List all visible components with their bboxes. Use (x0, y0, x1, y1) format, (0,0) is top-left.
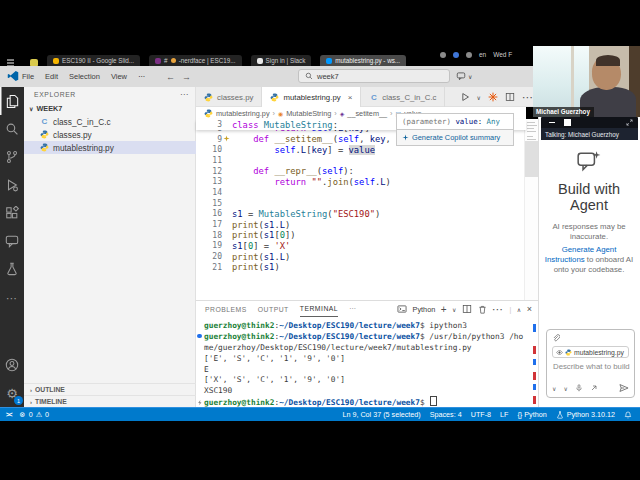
warning-icon: ⚠ (36, 410, 42, 419)
status-spaces-4[interactable]: Spaces: 4 (430, 410, 462, 419)
attach-paperclip-icon[interactable] (552, 334, 560, 342)
activity-files-button[interactable] (0, 87, 24, 115)
file-item-class_C_in_C.c[interactable]: Cclass_C_in_C.c (24, 115, 196, 128)
chevron-down-icon[interactable]: ∨ (477, 94, 481, 101)
status-python-3-10-12[interactable]: Python 3.10.12 (556, 410, 615, 419)
activity-chat-button[interactable] (0, 227, 24, 255)
menu-item-view[interactable]: View (111, 72, 127, 81)
panel-tab-terminal[interactable]: TERMINAL (300, 301, 338, 317)
minimap-thumb[interactable] (525, 141, 539, 177)
menu-item-selection[interactable]: Selection (69, 72, 100, 81)
code-line-18[interactable]: 18print(s1[0]) (196, 230, 526, 241)
terminal-shell-label[interactable]: Python (413, 305, 436, 314)
problems-indicator[interactable]: ⊗0 ⚠0 (20, 410, 49, 419)
command-decoration-icon[interactable] (197, 334, 202, 339)
minimize-icon[interactable] (549, 122, 555, 124)
code-line-15[interactable]: 15 (196, 198, 526, 209)
search-icon (5, 122, 19, 136)
activity-account-button[interactable] (0, 351, 24, 379)
activity-more-button[interactable]: ⋯ (0, 283, 24, 311)
chevron-down-icon[interactable]: ∨ (452, 306, 456, 313)
chevron-down-icon[interactable]: ∨ (552, 385, 556, 392)
breadcrumb-item[interactable]: mutablestring.py (216, 109, 270, 118)
context-chip-current-file[interactable]: mutablestring.py (552, 346, 629, 358)
panel-tab-⋯[interactable]: ⋯ (349, 302, 356, 317)
menu-item-file[interactable]: File (22, 72, 34, 81)
remote-window-button[interactable]: >< (6, 411, 12, 418)
status-lf[interactable]: LF (500, 410, 508, 419)
mic-icon[interactable] (575, 384, 583, 392)
generate-copilot-summary-link[interactable]: Generate Copilot summary (396, 130, 514, 146)
outline-section-header[interactable]: › OUTLINE (24, 383, 196, 395)
app-grid-icon[interactable] (7, 59, 14, 66)
code-line-12[interactable]: 12 def __repr__(self): (196, 166, 526, 177)
activity-search-button[interactable] (0, 115, 24, 143)
trash-icon[interactable] (478, 305, 487, 314)
add-icon[interactable]: + (441, 304, 447, 315)
command-center-search[interactable]: week7 (298, 69, 450, 83)
explorer-more-actions[interactable]: ⋯ (180, 90, 188, 99)
menu-item-edit[interactable]: Edit (45, 72, 58, 81)
code-line-17[interactable]: 17print(s1.L) (196, 219, 526, 230)
terminal-output[interactable]: guerzhoy@think2:~/Desktop/ESC190/lecture… (196, 320, 534, 407)
arrow-up-icon[interactable] (590, 384, 598, 392)
file-label: mutablestring.py (53, 143, 114, 153)
menu-item-more[interactable]: ⋯ (138, 72, 146, 81)
code-line-13[interactable]: 13 return "".join(self.L) (196, 176, 526, 187)
chevron-up-icon[interactable]: ∧ (517, 306, 521, 313)
folder-week7[interactable]: ∨ WEEK7 (24, 102, 196, 114)
chevron-down-icon[interactable]: ∨ (563, 385, 567, 392)
breadcrumb-item[interactable]: __setitem__ (347, 109, 387, 118)
tab-favicon (53, 58, 59, 64)
line-number: 17 (196, 220, 232, 229)
starburst-icon[interactable] (488, 92, 498, 102)
activity-settings-button[interactable]: ⚙1 (0, 379, 24, 407)
code-text: print(s1[0]) (232, 230, 296, 240)
panel-tab-problems[interactable]: PROBLEMS (205, 302, 247, 317)
chat-input-placeholder[interactable]: Describe what to build (553, 362, 630, 371)
status-utf-8[interactable]: UTF-8 (471, 410, 491, 419)
minimap[interactable] (524, 119, 538, 300)
activity-run-debug-button[interactable] (0, 171, 24, 199)
code-line-11[interactable]: 11 (196, 155, 526, 166)
notifications-bell-icon[interactable] (624, 411, 632, 419)
file-item-classes.py[interactable]: classes.py (24, 128, 196, 141)
zoom-control-bar: Talking: Michael Guerzhoy (541, 117, 638, 140)
editor-tab-mutablestring.py[interactable]: mutablestring.py× (262, 87, 361, 107)
close-icon[interactable]: × (527, 304, 532, 314)
split-icon[interactable] (462, 304, 472, 314)
activity-testing-button[interactable] (0, 255, 24, 283)
code-line-21[interactable]: 21print(s1) (196, 262, 526, 273)
more-icon[interactable]: ⋯ (492, 303, 504, 316)
nav-back-button[interactable]: ← (166, 72, 175, 82)
copilot-sparkle-icon[interactable] (223, 135, 230, 142)
close-icon[interactable]: × (348, 93, 353, 102)
breadcrumb-item[interactable]: MutableString (286, 109, 331, 118)
panel-tab-output[interactable]: OUTPUT (258, 302, 289, 317)
code-line-16[interactable]: 16s1 = MutableString("ESC190") (196, 209, 526, 220)
chat-input-box[interactable]: mutablestring.py Describe what to build … (546, 329, 635, 398)
send-icon[interactable] (619, 383, 629, 393)
explorer-sidebar: EXPLORER ⋯ ∨ WEEK7 Cclass_C_in_C.cclasse… (24, 87, 196, 407)
status--python[interactable]: {} Python (517, 410, 546, 419)
code-line-19[interactable]: 19s1[0] = 'X' (196, 241, 526, 252)
symbol-class-icon: ◉ (278, 109, 283, 118)
editor-tab-class_C_in_C.c[interactable]: Cclass_C_in_C.c (361, 87, 445, 107)
nav-forward-button[interactable]: → (182, 72, 191, 82)
expand-icon[interactable] (626, 119, 633, 126)
editor-tab-classes.py[interactable]: classes.py (196, 87, 262, 107)
line-number: 21 (196, 263, 232, 272)
split-icon[interactable] (505, 92, 515, 102)
timeline-section-header[interactable]: › TIMELINE (24, 395, 196, 407)
code-editor[interactable]: 7 def __getitem__(self, key):8 return se… (196, 119, 526, 300)
code-line-20[interactable]: 20print(s1.L) (196, 251, 526, 262)
file-item-mutablestring.py[interactable]: mutablestring.py (24, 141, 196, 154)
run-icon[interactable] (460, 92, 470, 102)
file-label: classes.py (53, 130, 92, 140)
activity-extensions-button[interactable] (0, 199, 24, 227)
status-ln-9-col-37-5-selected-[interactable]: Ln 9, Col 37 (5 selected) (342, 410, 420, 419)
code-line-14[interactable]: 14 (196, 187, 526, 198)
titlebar-chat-button[interactable]: ∨ (456, 71, 472, 81)
window-icon[interactable] (564, 119, 571, 126)
activity-source-control-button[interactable] (0, 143, 24, 171)
